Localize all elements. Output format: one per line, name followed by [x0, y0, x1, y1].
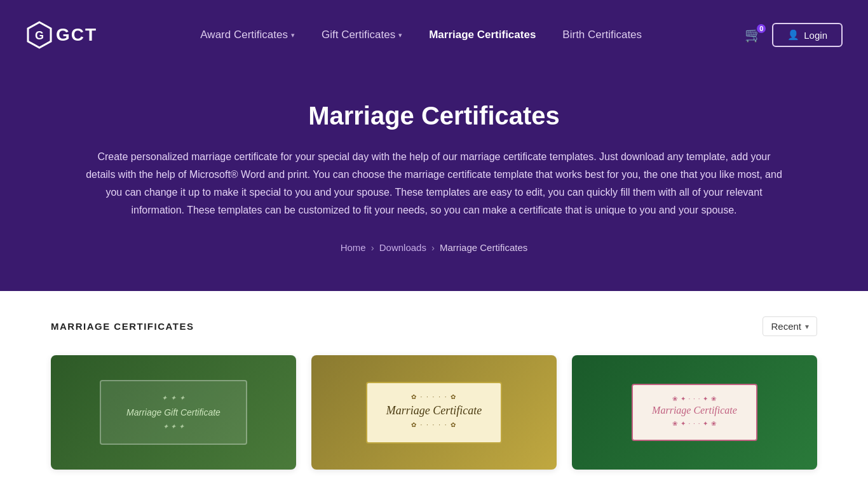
certificate-preview-1: ✦ ✦ ✦ Marriage Gift Certificate ✦ ✦ ✦: [100, 380, 247, 445]
breadcrumb-sep-1: ›: [371, 242, 374, 253]
hero-section: Marriage Certificates Create personalize…: [0, 70, 868, 291]
certificate-card-2[interactable]: ✿ · · · · · ✿ Marriage Certificate ✿ · ·…: [311, 355, 557, 470]
svg-text:G: G: [35, 29, 44, 42]
breadcrumb-sep-2: ›: [431, 242, 435, 253]
hero-description: Create personalized marriage certificate…: [85, 148, 783, 219]
user-icon: 👤: [787, 29, 799, 41]
cart-badge: 0: [756, 23, 767, 34]
nav-gift-certificates[interactable]: Gift Certificates ▾: [311, 24, 412, 46]
breadcrumb-current: Marriage Certificates: [440, 242, 527, 253]
logo-text: GCT: [56, 25, 97, 45]
breadcrumb: Home › Downloads › Marriage Certificates: [51, 242, 817, 253]
section-title: MARRIAGE CERTIFICATES: [51, 321, 194, 332]
content-section: MARRIAGE CERTIFICATES Recent ▾ ✦ ✦ ✦ Mar…: [0, 291, 868, 488]
sort-dropdown[interactable]: Recent ▾: [763, 316, 817, 336]
cards-grid: ✦ ✦ ✦ Marriage Gift Certificate ✦ ✦ ✦ ✿ …: [51, 355, 817, 470]
certificate-card-1[interactable]: ✦ ✦ ✦ Marriage Gift Certificate ✦ ✦ ✦: [51, 355, 296, 470]
breadcrumb-downloads[interactable]: Downloads: [379, 242, 426, 253]
section-header: MARRIAGE CERTIFICATES Recent ▾: [51, 316, 817, 336]
chevron-down-icon: ▾: [291, 31, 295, 39]
cart-button[interactable]: 🛒 0: [745, 27, 762, 43]
logo[interactable]: G GCT: [25, 21, 97, 49]
navbar: G GCT Award Certificates ▾ Gift Certific…: [0, 0, 868, 70]
nav-right: 🛒 0 👤 Login: [745, 23, 843, 47]
nav-links: Award Certificates ▾ Gift Certificates ▾…: [190, 24, 652, 46]
breadcrumb-home[interactable]: Home: [341, 242, 366, 253]
card-image-2: ✿ · · · · · ✿ Marriage Certificate ✿ · ·…: [311, 355, 557, 470]
chevron-down-icon: ▾: [805, 322, 809, 331]
sort-label: Recent: [771, 321, 801, 332]
certificate-card-3[interactable]: ❀ ✦ · · · ✦ ❀ Marriage Certificate ❀ ✦ ·…: [572, 355, 817, 470]
nav-award-certificates[interactable]: Award Certificates ▾: [190, 24, 305, 46]
certificate-preview-3: ❀ ✦ · · · ✦ ❀ Marriage Certificate ❀ ✦ ·…: [632, 384, 757, 441]
card-image-1: ✦ ✦ ✦ Marriage Gift Certificate ✦ ✦ ✦: [51, 355, 296, 470]
chevron-down-icon: ▾: [398, 31, 402, 39]
nav-marriage-certificates[interactable]: Marriage Certificates: [419, 24, 546, 46]
certificate-preview-2: ✿ · · · · · ✿ Marriage Certificate ✿ · ·…: [366, 382, 502, 444]
nav-birth-certificates[interactable]: Birth Certificates: [552, 24, 652, 46]
login-button[interactable]: 👤 Login: [772, 23, 843, 47]
page-title: Marriage Certificates: [51, 102, 817, 130]
logo-icon: G: [25, 21, 53, 49]
card-image-3: ❀ ✦ · · · ✦ ❀ Marriage Certificate ❀ ✦ ·…: [572, 355, 817, 470]
